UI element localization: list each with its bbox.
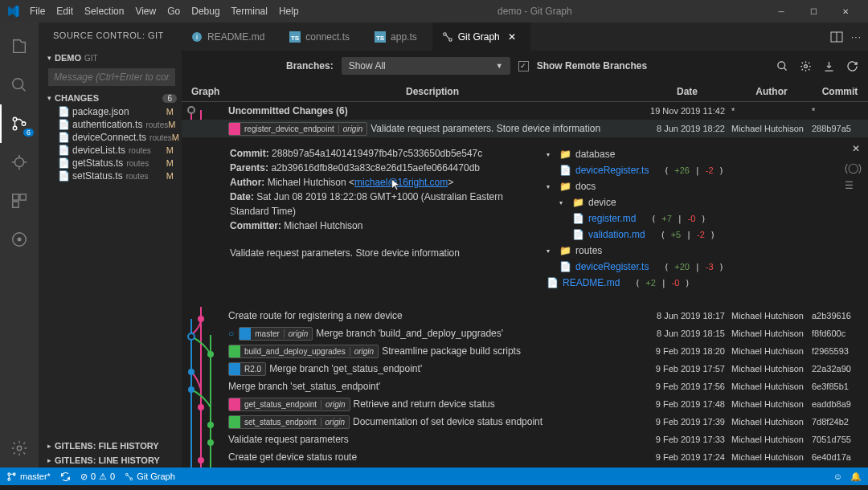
- status-gitgraph[interactable]: Git Graph: [125, 472, 175, 481]
- tree-file[interactable]: 📄validation.md ( +5 | -2 ): [547, 227, 860, 243]
- tab-connect-ts[interactable]: TSconnect.ts: [280, 22, 365, 51]
- minimize-button[interactable]: ─: [765, 7, 797, 16]
- extensions-icon[interactable]: [0, 182, 39, 220]
- branch-ref[interactable]: build_and_deploy_upgradesorigin: [228, 345, 379, 358]
- table-row[interactable]: get_status_endpointoriginRetrieve and re…: [182, 395, 868, 413]
- table-row[interactable]: Create get device status route9 Feb 2019…: [182, 448, 868, 466]
- code-review-icon[interactable]: (◯): [845, 162, 862, 174]
- activity-bar: 6: [0, 22, 39, 468]
- commit-hash: 288b97a54a1401419497fb4b7c533650db5e547c: [272, 148, 482, 159]
- tree-file[interactable]: 📄deviceRegister.ts ( +26 | -2 ): [547, 162, 860, 178]
- modified-indicator: M: [166, 171, 174, 181]
- tab-readme-md[interactable]: iREADME.md: [182, 22, 280, 51]
- tree-folder[interactable]: ▾📁docs: [547, 178, 860, 194]
- branch-ref[interactable]: register_device_endpointorigin: [228, 122, 367, 136]
- table-row[interactable]: R2.0Merge branch 'get_status_endpoint'9 …: [182, 360, 868, 378]
- modified-indicator: M: [166, 158, 174, 168]
- tree-folder[interactable]: ▾📁database: [547, 146, 860, 162]
- repo-section[interactable]: ▾ DEMO GIT: [39, 51, 182, 65]
- tree-file[interactable]: 📄README.md ( +2 | -0 ): [547, 275, 860, 291]
- tab-icon: TS: [375, 31, 386, 43]
- search-icon[interactable]: [0, 66, 39, 104]
- close-detail-icon[interactable]: ✕: [852, 143, 860, 154]
- svg-line-51: [128, 475, 131, 478]
- menu-selection[interactable]: Selection: [79, 6, 129, 17]
- table-row[interactable]: Validate request parameters9 Feb 2019 17…: [182, 431, 868, 448]
- file-icon: 📄: [58, 145, 69, 156]
- table-row[interactable]: set_status_endpointoriginDocumentation o…: [182, 413, 868, 431]
- close-tab-icon[interactable]: ✕: [508, 31, 516, 43]
- file-icon: 📄: [58, 119, 69, 130]
- tree-file[interactable]: 📄register.md ( +7 | -0 ): [547, 210, 860, 227]
- file-tree: ▾📁database 📄deviceRegister.ts ( +26 | -2…: [547, 146, 860, 291]
- table-row[interactable]: Create route for registering a new devic…: [182, 307, 868, 325]
- status-feedback-icon[interactable]: ☺: [833, 472, 842, 482]
- file-row[interactable]: 📄getStatus.tsroutesM: [39, 157, 182, 169]
- branch-ref[interactable]: get_status_endpointorigin: [228, 398, 350, 411]
- col-commit: Commit: [812, 86, 868, 97]
- menu-go[interactable]: Go: [162, 6, 186, 17]
- tree-view-icon[interactable]: ☰: [845, 180, 862, 191]
- svg-text:i: i: [196, 33, 198, 41]
- maximize-button[interactable]: ☐: [797, 7, 829, 16]
- commit-message-input[interactable]: [48, 68, 175, 86]
- fetch-icon[interactable]: [823, 60, 835, 72]
- menu-file[interactable]: File: [24, 6, 51, 17]
- app-icon: [6, 5, 19, 18]
- refresh-icon[interactable]: [846, 60, 858, 72]
- gitlens-file-history[interactable]: ▸GITLENS: FILE HISTORY: [39, 439, 182, 453]
- svg-line-28: [784, 67, 786, 70]
- status-branch[interactable]: master*: [6, 472, 51, 482]
- table-row[interactable]: build_and_deploy_upgradesoriginStreamlin…: [182, 342, 868, 360]
- table-row[interactable]: Store status, and set response status co…: [182, 466, 868, 468]
- file-row[interactable]: 📄deviceList.tsroutesM: [39, 144, 182, 157]
- branches-dropdown[interactable]: Show All ▼: [342, 57, 510, 75]
- menu-edit[interactable]: Edit: [51, 6, 79, 17]
- more-icon[interactable]: ···: [851, 31, 862, 43]
- svg-point-14: [18, 238, 21, 241]
- file-row[interactable]: 📄authentication.tsroutesM: [39, 118, 182, 131]
- table-row[interactable]: register_device_endpointorigin Validate …: [182, 120, 868, 137]
- file-row[interactable]: 📄deviceConnect.tsroutesM: [39, 131, 182, 144]
- tree-folder[interactable]: ▾📁device: [547, 194, 860, 210]
- status-bell-icon[interactable]: 🔔: [850, 472, 862, 482]
- gitlens-line-history[interactable]: ▸GITLENS: LINE HISTORY: [39, 453, 182, 468]
- branch-ref[interactable]: R2.0: [228, 362, 266, 376]
- tab-git-graph[interactable]: Git Graph✕: [432, 22, 531, 51]
- table-row[interactable]: ○masteroriginMerge branch 'build_and_dep…: [182, 325, 868, 342]
- settings-icon[interactable]: [800, 60, 812, 72]
- remote-branches-checkbox[interactable]: ✓: [518, 61, 529, 71]
- modified-indicator: M: [172, 133, 179, 142]
- repo-name: DEMO: [55, 53, 81, 63]
- gitlens-icon[interactable]: [0, 220, 39, 259]
- tab-app-ts[interactable]: TSapp.ts: [365, 22, 432, 51]
- branch-ref[interactable]: set_status_endpointorigin: [228, 415, 350, 429]
- table-row[interactable]: Merge branch 'set_status_endpoint'9 Feb …: [182, 378, 868, 395]
- status-problems[interactable]: ⊘ 0 ⚠ 0: [80, 472, 115, 482]
- svg-point-27: [778, 61, 785, 68]
- table-row-uncommitted[interactable]: Uncommitted Changes (6) 19 Nov 2019 11:4…: [182, 102, 868, 120]
- svg-rect-11: [20, 194, 26, 200]
- file-row[interactable]: 📄setStatus.tsroutesM: [39, 169, 182, 182]
- debug-icon[interactable]: [0, 143, 39, 182]
- settings-icon[interactable]: [0, 429, 39, 468]
- menu-terminal[interactable]: Terminal: [226, 6, 273, 17]
- window-title: demo - Git Graph: [305, 6, 765, 17]
- menu-help[interactable]: Help: [273, 6, 305, 17]
- tab-bar: iREADME.mdTSconnect.tsTSapp.tsGit Graph✕…: [182, 22, 868, 51]
- tree-folder[interactable]: ▾📁routes: [547, 243, 860, 259]
- menu-debug[interactable]: Debug: [186, 6, 225, 17]
- branch-ref[interactable]: masterorigin: [239, 327, 313, 341]
- close-button[interactable]: ✕: [829, 7, 862, 16]
- tree-file[interactable]: 📄deviceRegister.ts ( +20 | -3 ): [547, 259, 860, 275]
- menu-view[interactable]: View: [129, 6, 162, 17]
- search-icon[interactable]: [776, 60, 788, 72]
- scm-icon[interactable]: 6: [0, 104, 39, 143]
- file-row[interactable]: 📄package.jsonM: [39, 105, 182, 118]
- status-sync[interactable]: [60, 472, 71, 482]
- explorer-icon[interactable]: [0, 27, 39, 66]
- chevron-down-icon: ▾: [43, 54, 55, 62]
- chevron-down-icon: ▼: [496, 62, 503, 70]
- changes-section[interactable]: ▾ CHANGES 6: [39, 91, 182, 105]
- split-editor-icon[interactable]: [830, 31, 843, 43]
